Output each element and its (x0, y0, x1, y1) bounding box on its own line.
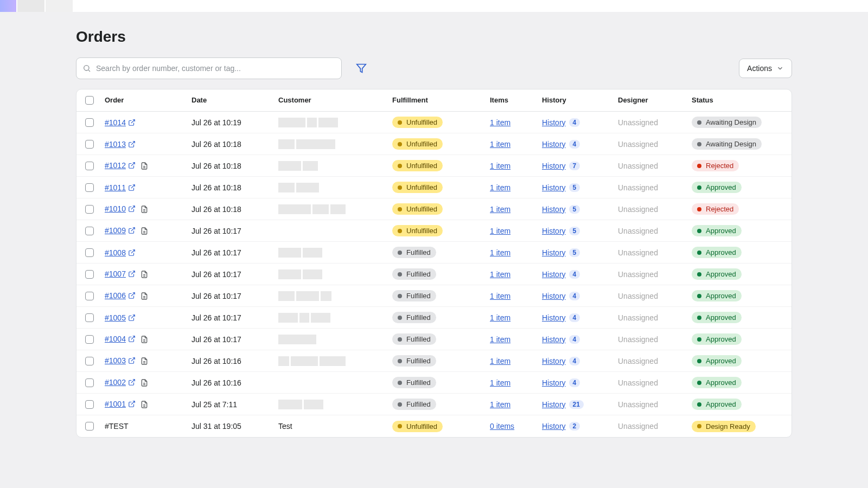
row-checkbox[interactable] (85, 118, 94, 127)
svg-point-0 (84, 66, 89, 70)
history-link[interactable]: History (542, 248, 566, 257)
note-icon (140, 335, 149, 344)
row-checkbox[interactable] (85, 378, 94, 387)
items-link[interactable]: 0 items (490, 422, 514, 431)
order-link[interactable]: #1003 (105, 356, 136, 365)
order-link[interactable]: #1013 (105, 140, 136, 149)
table-row: #1013 Jul 26 at 10:18Unfulfilled1 itemHi… (76, 133, 792, 155)
row-checkbox[interactable] (85, 335, 94, 344)
table-row: #1010 Jul 26 at 10:18Unfulfilled1 itemHi… (76, 198, 792, 220)
order-number: #1006 (105, 291, 126, 300)
status-text: Approved (706, 183, 736, 191)
customer-cell (276, 332, 390, 346)
items-link[interactable]: 1 item (490, 335, 510, 344)
actions-button[interactable]: Actions (739, 59, 792, 78)
row-checkbox[interactable] (85, 227, 94, 235)
history-link[interactable]: History (542, 162, 566, 170)
order-link[interactable]: #1008 (105, 248, 136, 257)
customer-cell (276, 229, 390, 233)
order-date: Jul 26 at 10:19 (189, 116, 276, 129)
status-text: Approved (706, 248, 736, 256)
order-link[interactable]: #1014 (105, 118, 136, 127)
fulfillment-text: Fulfilled (406, 357, 431, 365)
customer-cell (276, 202, 390, 216)
items-link[interactable]: 1 item (490, 270, 510, 279)
row-checkbox[interactable] (85, 292, 94, 300)
history-link[interactable]: History (542, 227, 566, 235)
designer-cell: Unassigned (616, 116, 690, 129)
order-link[interactable]: #1005 (105, 313, 136, 322)
customer-cell (276, 159, 390, 173)
history-link[interactable]: History (542, 335, 566, 344)
row-checkbox[interactable] (85, 270, 94, 279)
order-number: #1012 (105, 161, 126, 170)
history-link[interactable]: History (542, 357, 566, 365)
row-checkbox[interactable] (85, 357, 94, 365)
row-checkbox[interactable] (85, 400, 94, 409)
order-link[interactable]: #1007 (105, 269, 136, 278)
history-link[interactable]: History (542, 270, 566, 279)
order-link[interactable]: #1012 (105, 161, 136, 170)
history-count: 7 (569, 162, 580, 170)
status-badge: Approved (692, 290, 742, 301)
row-checkbox[interactable] (85, 313, 94, 322)
status-text: Approved (706, 270, 736, 278)
status-text: Rejected (706, 162, 733, 170)
items-link[interactable]: 1 item (490, 140, 510, 149)
order-date: Jul 26 at 10:16 (189, 355, 276, 368)
items-link[interactable]: 1 item (490, 248, 510, 257)
designer-cell: Unassigned (616, 398, 690, 411)
order-number: #1009 (105, 226, 126, 235)
customer-cell (276, 381, 390, 385)
order-link[interactable]: #1010 (105, 204, 136, 213)
order-link[interactable]: #1009 (105, 226, 136, 235)
customer-cell (276, 137, 390, 151)
order-number: #1010 (105, 204, 126, 213)
row-checkbox[interactable] (85, 422, 94, 431)
history-link[interactable]: History (542, 140, 566, 149)
history-link[interactable]: History (542, 378, 566, 387)
order-date: Jul 25 at 7:11 (189, 398, 276, 411)
items-link[interactable]: 1 item (490, 378, 510, 387)
row-checkbox[interactable] (85, 205, 94, 214)
history-link[interactable]: History (542, 205, 566, 214)
fulfillment-text: Unfulfilled (406, 140, 437, 148)
items-link[interactable]: 1 item (490, 313, 510, 322)
items-link[interactable]: 1 item (490, 183, 510, 192)
fulfillment-text: Fulfilled (406, 335, 431, 343)
order-link[interactable]: #1002 (105, 378, 136, 387)
order-link[interactable]: #1011 (105, 183, 136, 192)
row-checkbox[interactable] (85, 248, 94, 257)
items-link[interactable]: 1 item (490, 205, 510, 214)
row-checkbox[interactable] (85, 183, 94, 192)
search-input[interactable] (76, 57, 342, 79)
row-checkbox[interactable] (85, 162, 94, 170)
external-link-icon (128, 140, 136, 148)
filter-button[interactable] (352, 59, 371, 78)
items-link[interactable]: 1 item (490, 292, 510, 300)
customer-cell (276, 267, 390, 281)
row-checkbox[interactable] (85, 140, 94, 149)
history-link[interactable]: History (542, 183, 566, 192)
history-link[interactable]: History (542, 400, 566, 409)
order-link[interactable]: #1001 (105, 400, 136, 408)
note-icon (140, 205, 149, 214)
order-link[interactable]: #1004 (105, 335, 136, 343)
select-all-checkbox[interactable] (85, 96, 94, 105)
items-link[interactable]: 1 item (490, 357, 510, 365)
items-link[interactable]: 1 item (490, 118, 510, 127)
history-link[interactable]: History (542, 118, 566, 127)
status-text: Awaiting Design (706, 140, 756, 148)
history-count: 5 (569, 183, 580, 192)
items-link[interactable]: 1 item (490, 162, 510, 170)
history-link[interactable]: History (542, 292, 566, 300)
history-link[interactable]: History (542, 422, 566, 431)
note-icon (140, 357, 149, 365)
items-link[interactable]: 1 item (490, 400, 510, 409)
order-date: Jul 26 at 10:16 (189, 376, 276, 389)
chevron-down-icon (776, 65, 784, 72)
history-link[interactable]: History (542, 313, 566, 322)
external-link-icon (128, 205, 136, 213)
items-link[interactable]: 1 item (490, 227, 510, 235)
order-link[interactable]: #1006 (105, 291, 136, 300)
